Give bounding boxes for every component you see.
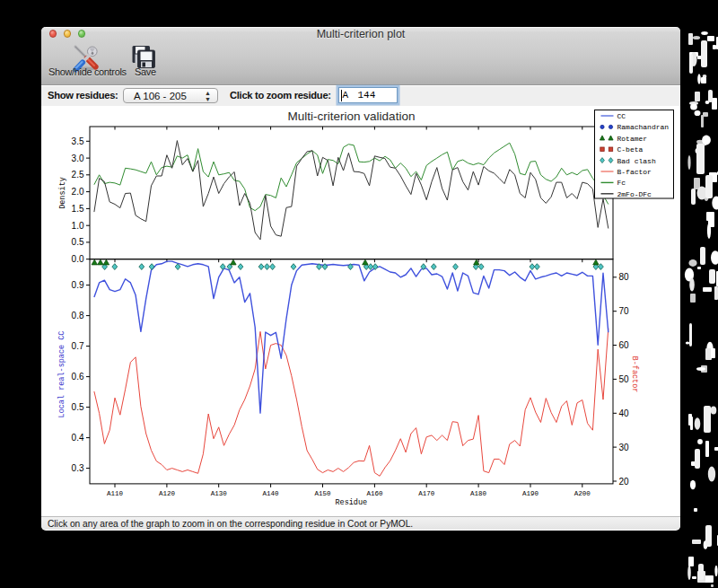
svg-text:A160: A160: [366, 490, 383, 497]
svg-text:Local real-space CC: Local real-space CC: [57, 331, 66, 418]
svg-text:A110: A110: [107, 490, 124, 497]
svg-text:A170: A170: [418, 490, 435, 497]
svg-text:50: 50: [619, 374, 630, 384]
svg-text:2mFo-DFc: 2mFo-DFc: [617, 190, 652, 198]
svg-text:60: 60: [619, 340, 630, 350]
svg-text:0.9: 0.9: [72, 280, 84, 290]
svg-text:B-factor: B-factor: [630, 356, 639, 393]
svg-text:Bad clash: Bad clash: [617, 157, 656, 165]
svg-text:2.5: 2.5: [72, 170, 84, 180]
svg-text:80: 80: [619, 272, 630, 282]
svg-text:1.0: 1.0: [72, 221, 84, 231]
svg-text:0.0: 0.0: [72, 254, 84, 264]
svg-text:A140: A140: [263, 490, 280, 497]
svg-text:20: 20: [619, 477, 630, 487]
svg-text:0.7: 0.7: [72, 341, 84, 351]
svg-text:2.0: 2.0: [72, 187, 84, 197]
svg-text:0.3: 0.3: [72, 463, 84, 473]
svg-text:A180: A180: [470, 490, 487, 497]
svg-text:Rotamer: Rotamer: [617, 135, 648, 143]
svg-text:A150: A150: [314, 490, 331, 497]
svg-text:A200: A200: [574, 490, 591, 497]
svg-text:A130: A130: [211, 490, 228, 497]
svg-text:3.0: 3.0: [72, 154, 84, 163]
svg-text:CC: CC: [617, 112, 626, 120]
svg-text:0.5: 0.5: [72, 237, 84, 247]
svg-text:Residue: Residue: [335, 498, 367, 507]
svg-text:Density: Density: [58, 177, 67, 209]
svg-text:0.8: 0.8: [72, 311, 84, 320]
svg-text:0.6: 0.6: [72, 372, 84, 382]
svg-text:70: 70: [619, 306, 630, 316]
svg-text:0.5: 0.5: [72, 402, 84, 412]
svg-text:A120: A120: [159, 490, 176, 497]
svg-text:40: 40: [619, 408, 630, 418]
svg-text:A190: A190: [522, 490, 539, 497]
svg-text:Ramachandran: Ramachandran: [617, 123, 670, 131]
svg-text:1.5: 1.5: [72, 204, 84, 214]
svg-text:Fc: Fc: [617, 179, 626, 187]
svg-text:B-factor: B-factor: [617, 168, 652, 176]
svg-text:30: 30: [619, 443, 630, 452]
svg-text:3.5: 3.5: [72, 136, 84, 146]
svg-text:Multi-criterion validation: Multi-criterion validation: [288, 110, 416, 123]
svg-text:C-beta: C-beta: [617, 145, 644, 154]
svg-text:0.4: 0.4: [72, 433, 84, 443]
